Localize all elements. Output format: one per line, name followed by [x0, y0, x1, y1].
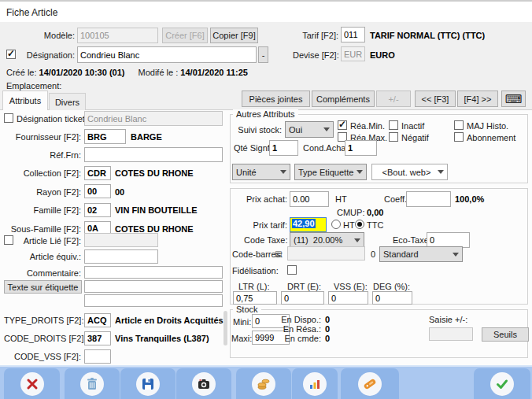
saisie-label: Saisie +/-: [429, 315, 467, 324]
prix-tarif-field[interactable]: 42,90 [290, 217, 327, 232]
copier-button[interactable]: Copier [F9] [210, 28, 258, 43]
bout-web-select[interactable]: <Bout. web> [371, 164, 448, 180]
fidelisation-checkbox[interactable] [287, 265, 297, 275]
deg-field[interactable] [372, 291, 412, 305]
code-taxe-value: (11) 20.00% [294, 235, 354, 245]
tab-divers[interactable]: Divers [49, 93, 86, 110]
type-droits-field[interactable] [84, 313, 111, 327]
etiquette-line1-field[interactable] [84, 280, 223, 293]
texte-etiquette-button[interactable]: Texte sur étiquette [4, 280, 82, 294]
complements-button[interactable]: Compléments [312, 91, 375, 107]
commentaire-field[interactable] [84, 266, 223, 279]
valider-button[interactable]: Valider [F10] [474, 368, 530, 399]
qte-signf-field[interactable] [269, 140, 298, 156]
abonnement-label: Abonnement [467, 133, 515, 142]
ht-radio[interactable] [331, 220, 341, 229]
photos-button[interactable]: Photos [176, 368, 231, 399]
stats-button[interactable]: Stats [292, 368, 338, 399]
maxi-label: Maxi: [231, 334, 252, 343]
dates-line: Créé le: 14/01/2020 10:30 (01) Modifé le… [6, 68, 248, 77]
coins-icon [252, 372, 275, 396]
standard-value: Standard [383, 249, 453, 259]
type-etiquette-select[interactable]: Type Etiquette 1 [294, 164, 367, 180]
ttc-radio[interactable] [355, 220, 364, 229]
collection-field[interactable] [84, 166, 111, 180]
scrollbar-thumb[interactable] [224, 311, 227, 345]
annuler-button[interactable]: Annuler [ESC] [4, 368, 60, 399]
article-lie-checkbox[interactable] [4, 235, 13, 245]
code-taxe-select[interactable]: (11) 20.00% [290, 232, 364, 248]
eco-taxe-field[interactable] [427, 232, 470, 248]
fournisseur-field[interactable] [84, 129, 126, 144]
ltr-label: LTR (L): [238, 282, 270, 291]
modele-label: Modèle: [24, 31, 75, 40]
coeff-field[interactable] [406, 191, 451, 207]
cond-achat-field[interactable] [345, 140, 377, 156]
bar-chart-icon [303, 372, 327, 396]
barcode-list-icon[interactable]: ▤ [275, 249, 282, 258]
tarif-field[interactable] [341, 27, 365, 42]
designation-field[interactable] [77, 46, 257, 63]
camera-icon [192, 372, 216, 396]
en-resa-value: 0 [325, 324, 330, 334]
keyboard-button[interactable]: ⌨ [501, 91, 526, 107]
ht-label: HT [335, 194, 347, 204]
unite-value: Unité [236, 168, 280, 177]
vss-field[interactable] [328, 291, 368, 305]
ref-frn-field[interactable] [84, 147, 223, 162]
prix-fournisseur-button[interactable]: Prix Fourniss. [341, 368, 399, 399]
designation-expand-button[interactable]: - [258, 46, 268, 63]
ltr-field[interactable] [233, 291, 277, 305]
save-icon [136, 372, 160, 396]
type-etiquette-value: Type Etiquette 1 [298, 168, 357, 177]
famille-field[interactable] [84, 203, 111, 217]
abonnement-checkbox[interactable] [454, 132, 464, 142]
tab-attributs[interactable]: Attributs [2, 91, 48, 110]
designation-checkbox[interactable] [6, 50, 16, 59]
maj-histo-checkbox[interactable] [454, 120, 464, 130]
rayon-label: Rayon [F2]: [4, 187, 81, 197]
inactif-checkbox[interactable] [389, 120, 398, 130]
standard-select[interactable]: Standard [379, 246, 463, 262]
etiquette-line2-field[interactable] [84, 294, 223, 307]
sauver-button[interactable]: Sauver [F7] [120, 368, 175, 399]
cree-value: 14/01/2020 10:30 (01) [39, 68, 125, 77]
prix-achat-field[interactable] [290, 191, 329, 207]
code-barres-field [287, 246, 365, 260]
drt-field[interactable] [281, 291, 324, 305]
code-vss-field[interactable] [84, 349, 111, 364]
stocks-button[interactable]: Stocks [236, 368, 291, 399]
en-dispo-value: 0 [325, 315, 330, 324]
en-resa-label: En Résa.: [274, 324, 321, 334]
creer-button: Créer [F6] [162, 28, 208, 43]
window-title: Fiche Article [6, 7, 57, 18]
article-equiv-field[interactable] [84, 249, 158, 264]
seuils-button[interactable]: Seuils [482, 327, 529, 342]
eco-taxe-label: Eco-Taxe: [393, 235, 431, 245]
supprimer-button[interactable]: Suppr. [65, 368, 120, 399]
cancel-icon [20, 372, 44, 396]
code-droits-field[interactable] [84, 331, 111, 345]
prev-f3-button[interactable]: << [F3] [415, 91, 456, 107]
rea-min-checkbox[interactable] [338, 120, 347, 130]
prix-tarif-label: Prix tarif: [244, 220, 287, 230]
famille-desc: VIN FIN BOUTEILLE [115, 205, 198, 215]
pieces-jointes-button[interactable]: Pièces jointes [242, 91, 310, 107]
negatif-checkbox[interactable] [389, 132, 398, 142]
designation-ticket-checkbox[interactable] [4, 113, 13, 123]
prix-tarif-value: 42,90 [292, 219, 316, 228]
unite-select[interactable]: Unité [232, 164, 290, 180]
devise-field [341, 46, 365, 61]
sous-famille-label: Sous-Famille [F2]: [4, 224, 81, 234]
suivi-stock-select[interactable]: Oui [285, 121, 334, 138]
famille-label: Famille [F2]: [4, 205, 81, 215]
code-droits-label: CODE_DROITS [F2]: [4, 334, 81, 343]
inactif-label: Inactif [401, 121, 424, 131]
stock-title: Stock [233, 305, 261, 314]
plus-minus-button: +/- [376, 91, 411, 107]
autres-attributs-title: Autres Attributs [233, 109, 298, 119]
next-f4-button[interactable]: [F4] >> [457, 91, 498, 107]
modele-field[interactable] [77, 28, 158, 43]
rayon-field[interactable] [84, 184, 111, 198]
type-droits-label: TYPE_DROITS [F2]: [4, 316, 81, 325]
